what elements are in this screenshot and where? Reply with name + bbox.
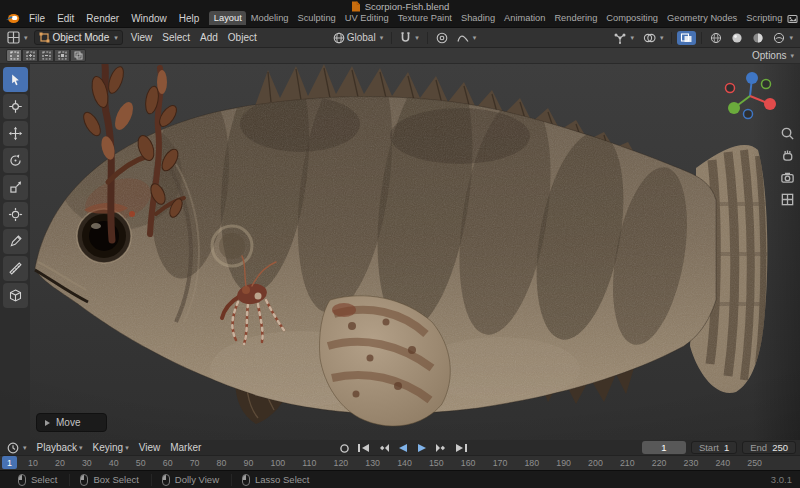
playhead[interactable]: 1 (2, 456, 17, 469)
zoom-icon[interactable] (780, 126, 795, 141)
status-bar: Select Box Select Dolly View Lasso Selec… (0, 470, 800, 488)
move-tool-button[interactable] (3, 121, 28, 146)
mouse-button-icon (162, 474, 170, 486)
chevron-down-icon: ▾ (114, 34, 118, 41)
annotate-tool-button[interactable] (3, 229, 28, 254)
menu-item[interactable]: Edit (51, 12, 80, 25)
select-mode-intersect-button[interactable] (70, 49, 86, 62)
shading-material-button[interactable] (749, 31, 767, 45)
menu-item[interactable]: Help (173, 12, 206, 25)
navigation-gizmo[interactable] (722, 68, 778, 124)
frame-tick-label: 210 (620, 458, 635, 468)
workspace-tab[interactable]: Texture Paint (393, 11, 456, 25)
status-hint: Select (8, 474, 69, 486)
timeline-ruler[interactable]: 1102030405060708090100110120130140150160… (0, 456, 800, 470)
workspace-tab[interactable]: Shading (456, 11, 499, 25)
workspace-tab[interactable]: Modeling (246, 11, 293, 25)
show-overlays-dropdown[interactable]: ▾ (640, 31, 667, 45)
workspace-tab[interactable]: Layout (209, 11, 246, 25)
mouse-button-icon (80, 474, 88, 486)
rotate-tool-button[interactable] (3, 148, 28, 173)
editor-type-button[interactable]: ▾ (4, 30, 31, 45)
workspace-tab[interactable]: Scripting (742, 11, 787, 25)
toggle-perspective-icon[interactable] (780, 192, 795, 207)
scorpion-fish-model[interactable] (0, 64, 800, 440)
snap-magnet-button[interactable]: ▾ (397, 31, 422, 45)
shading-rendered-button[interactable]: ▾ (770, 31, 796, 45)
blender-logo-icon[interactable] (5, 12, 20, 25)
proportional-editing-button[interactable] (433, 31, 451, 45)
status-hints: Select Box Select Dolly View Lasso Selec… (8, 474, 321, 486)
blender-version: 3.0.1 (771, 474, 792, 485)
camera-view-icon[interactable] (780, 170, 795, 185)
workspace-tab[interactable]: UV Editing (340, 11, 393, 25)
select-mode-subtract-button[interactable] (38, 49, 54, 62)
shading-wireframe-button[interactable] (707, 31, 725, 45)
menu-item[interactable]: Add (195, 31, 223, 44)
frame-tick-label: 60 (163, 458, 173, 468)
pan-hand-icon[interactable] (780, 148, 795, 163)
jump-to-end-button[interactable] (454, 443, 469, 453)
menu-item[interactable]: Playback▾ (32, 441, 88, 454)
auto-keying-button[interactable] (338, 443, 351, 454)
menu-item[interactable]: File (23, 12, 51, 25)
frame-tick-label: 170 (493, 458, 508, 468)
chevron-down-icon: ▾ (790, 52, 794, 59)
falloff-dropdown[interactable]: ▾ (454, 31, 480, 44)
frame-tick-label: 70 (190, 458, 200, 468)
play-button[interactable] (415, 443, 429, 453)
frame-tick-label: 200 (588, 458, 603, 468)
transform-tool-button[interactable] (3, 202, 28, 227)
show-gizmo-dropdown[interactable]: ▾ (611, 31, 637, 45)
menu-item[interactable]: Object (223, 31, 262, 44)
start-frame-field[interactable]: Start 1 (691, 441, 737, 454)
operator-panel-move[interactable]: Move (36, 413, 107, 432)
add-cube-tool-button[interactable] (3, 283, 28, 308)
menu-item[interactable]: Keying▾ (88, 441, 134, 454)
status-hint: Lasso Select (231, 474, 321, 486)
transform-orientation-dropdown[interactable]: Global ▾ (330, 31, 386, 45)
end-frame-field[interactable]: End 250 (742, 441, 796, 454)
toggle-xray-button[interactable] (677, 31, 696, 45)
workspace-tab[interactable]: Animation (500, 11, 550, 25)
cursor-tool-button[interactable] (3, 94, 28, 119)
next-keyframe-button[interactable] (434, 443, 449, 453)
prev-keyframe-button[interactable] (376, 443, 391, 453)
menu-item[interactable]: Select (157, 31, 195, 44)
frame-tick-label: 130 (365, 458, 380, 468)
timeline-editor-type-button[interactable]: ▾ (4, 441, 30, 455)
chevron-down-icon: ▾ (789, 34, 793, 41)
frame-tick-label: 230 (684, 458, 699, 468)
menu-item[interactable]: Render (80, 12, 125, 25)
play-reverse-button[interactable] (396, 443, 410, 453)
viewport-3d[interactable]: Move (0, 64, 800, 440)
menu-item[interactable]: Marker (165, 441, 206, 454)
workspace-tabs: LayoutModelingSculptingUV EditingTexture… (209, 11, 787, 25)
select-mode-extend-button[interactable] (22, 49, 38, 62)
jump-to-start-button[interactable] (356, 443, 371, 453)
select-mode-invert-button[interactable] (54, 49, 70, 62)
shading-solid-button[interactable] (728, 31, 746, 45)
tool-options-dropdown[interactable]: Options ▾ (752, 50, 794, 61)
frame-tick-label: 140 (397, 458, 412, 468)
select-mode-set-button[interactable] (6, 49, 22, 62)
chevron-down-icon: ▾ (473, 34, 477, 41)
menu-item[interactable]: View (126, 31, 158, 44)
frame-tick-label: 240 (715, 458, 730, 468)
scale-tool-button[interactable] (3, 175, 28, 200)
workspace-tab[interactable]: Compositing (602, 11, 663, 25)
frame-tick-label: 180 (524, 458, 539, 468)
menu-item[interactable]: View (134, 441, 166, 454)
timeline-menus: Playback▾Keying▾ViewMarker (32, 441, 207, 454)
select-box-tool-button[interactable] (3, 67, 28, 92)
workspace-tab[interactable]: Sculpting (293, 11, 340, 25)
current-frame-field[interactable]: 1 (642, 441, 686, 454)
workspace-tab[interactable]: Rendering (550, 11, 602, 25)
mode-dropdown[interactable]: Object Mode ▾ (34, 30, 123, 45)
frame-tick-label: 160 (461, 458, 476, 468)
menu-item[interactable]: Window (125, 12, 173, 25)
frame-tick-label: 190 (556, 458, 571, 468)
expand-arrow-icon (45, 420, 50, 426)
measure-tool-button[interactable] (3, 256, 28, 281)
workspace-tab[interactable]: Geometry Nodes (663, 11, 742, 25)
